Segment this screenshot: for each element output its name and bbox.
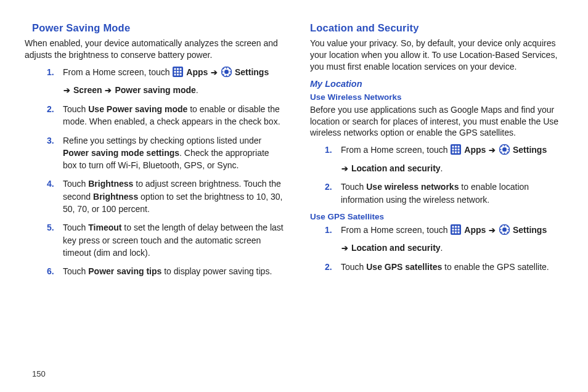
list-item: From a Home screen, touch Apps ➔ Setting… — [63, 66, 285, 97]
svg-rect-52 — [504, 225, 505, 227]
arrow-icon: ➔ — [105, 85, 112, 97]
settings-icon — [499, 144, 510, 158]
wireless-intro: Before you use applications such as Goog… — [310, 104, 563, 139]
svg-point-51 — [502, 227, 507, 232]
svg-rect-34 — [500, 149, 502, 150]
svg-rect-41 — [452, 226, 454, 228]
page: Power Saving Mode When enabled, your dev… — [0, 0, 588, 392]
svg-rect-32 — [504, 145, 505, 147]
svg-rect-33 — [504, 153, 505, 155]
svg-rect-55 — [508, 229, 510, 230]
svg-rect-8 — [177, 73, 179, 75]
list-item: Touch Use wireless networks to enable lo… — [341, 181, 563, 206]
svg-rect-43 — [458, 226, 460, 228]
arrow-icon: ➔ — [341, 243, 348, 255]
arrow-icon: ➔ — [341, 163, 348, 175]
arrow-icon: ➔ — [211, 67, 218, 79]
settings-label: Settings — [513, 225, 547, 235]
list-item: From a Home screen, touch Apps ➔ Setting… — [341, 144, 563, 174]
bold-term: Power saving tips — [88, 266, 161, 276]
svg-rect-24 — [452, 149, 454, 150]
step-text: to enable the GPS satellite. — [442, 262, 549, 272]
apps-icon — [173, 67, 183, 80]
svg-rect-22 — [455, 146, 457, 148]
svg-point-31 — [502, 147, 507, 152]
heading-location-security: Location and Security — [310, 22, 563, 34]
columns: Power Saving Mode When enabled, your dev… — [32, 22, 563, 284]
svg-rect-14 — [222, 71, 224, 72]
bold-term: Use wireless networks — [366, 182, 459, 192]
list-item: Touch Power saving tips to display power… — [63, 265, 285, 277]
apps-label: Apps — [464, 225, 486, 235]
svg-rect-35 — [508, 149, 510, 150]
page-number: 150 — [32, 369, 46, 378]
bold-term: Brightness — [93, 192, 138, 202]
svg-rect-49 — [458, 232, 460, 234]
arrow-icon: ➔ — [489, 145, 496, 157]
settings-label: Settings — [235, 67, 269, 77]
svg-rect-15 — [230, 71, 232, 72]
svg-rect-46 — [458, 229, 460, 231]
step-text: Touch — [63, 179, 88, 189]
svg-rect-45 — [455, 229, 457, 231]
bold-term: Power saving mode settings — [63, 148, 179, 158]
step-text: Touch — [63, 266, 88, 276]
svg-rect-7 — [174, 73, 176, 75]
step-text: Touch — [63, 104, 88, 114]
step-text: Touch — [63, 223, 88, 232]
step-text: to display power saving tips. — [161, 266, 272, 276]
svg-point-11 — [224, 70, 229, 74]
bold-term: Timeout — [88, 223, 121, 232]
arrow-icon: ➔ — [63, 85, 70, 97]
gps-steps: From a Home screen, touch Apps ➔ Setting… — [310, 224, 563, 273]
screen-label: Screen — [73, 85, 102, 95]
arrow-icon: ➔ — [489, 225, 496, 237]
svg-rect-28 — [455, 152, 457, 153]
settings-icon — [221, 67, 232, 80]
list-item: Touch Use Power saving mode to enable or… — [63, 103, 285, 128]
svg-rect-29 — [458, 152, 460, 153]
subheading-use-wireless: Use Wireless Networks — [310, 92, 563, 102]
svg-rect-25 — [455, 149, 457, 150]
step-text: From a Home screen, touch — [63, 67, 172, 77]
svg-rect-42 — [455, 226, 457, 228]
svg-rect-3 — [180, 68, 182, 70]
intro-paragraph: You value your privacy. So, by default, … — [310, 38, 563, 73]
apps-label: Apps — [464, 145, 486, 155]
intro-paragraph: When enabled, your device automatically … — [25, 38, 285, 61]
step-text: From a Home screen, touch — [341, 145, 450, 155]
subheading-use-gps: Use GPS Satellites — [310, 212, 563, 221]
bold-term: Use GPS satellites — [366, 262, 442, 272]
settings-label: Settings — [513, 145, 547, 155]
wireless-steps: From a Home screen, touch Apps ➔ Setting… — [310, 144, 563, 206]
apps-icon — [451, 224, 461, 238]
svg-rect-48 — [455, 232, 457, 234]
step-continuation: ➔ Location and security. — [341, 242, 563, 255]
location-security-label: Location and security — [351, 243, 441, 253]
list-item: Touch Brightness to adjust screen bright… — [63, 178, 285, 215]
list-item: Refine you settings by checking options … — [63, 134, 285, 172]
power-saving-steps: From a Home screen, touch Apps ➔ Setting… — [32, 66, 285, 278]
svg-rect-27 — [452, 152, 454, 153]
svg-rect-21 — [452, 146, 454, 148]
settings-icon — [499, 224, 510, 238]
bold-term: Brightness — [88, 179, 133, 189]
svg-rect-54 — [500, 229, 502, 230]
step-continuation: ➔ Screen ➔ Power saving mode. — [63, 84, 285, 97]
step-text: From a Home screen, touch — [341, 225, 450, 235]
right-column: Location and Security You value your pri… — [310, 22, 563, 284]
svg-rect-5 — [177, 71, 179, 73]
list-item: Touch Use GPS satellites to enable the G… — [341, 261, 563, 273]
step-continuation: ➔ Location and security. — [341, 162, 563, 175]
svg-rect-13 — [226, 75, 227, 76]
svg-rect-44 — [452, 229, 454, 231]
power-saving-mode-label: Power saving mode — [115, 85, 195, 95]
svg-rect-53 — [504, 233, 505, 235]
bold-term: Use Power saving mode — [88, 104, 187, 114]
apps-label: Apps — [186, 67, 208, 77]
list-item: Touch Timeout to set the length of delay… — [63, 221, 285, 259]
location-security-label: Location and security — [351, 163, 441, 173]
svg-rect-12 — [226, 67, 227, 68]
list-item: From a Home screen, touch Apps ➔ Setting… — [341, 224, 563, 255]
subheading-my-location: My Location — [310, 79, 563, 89]
